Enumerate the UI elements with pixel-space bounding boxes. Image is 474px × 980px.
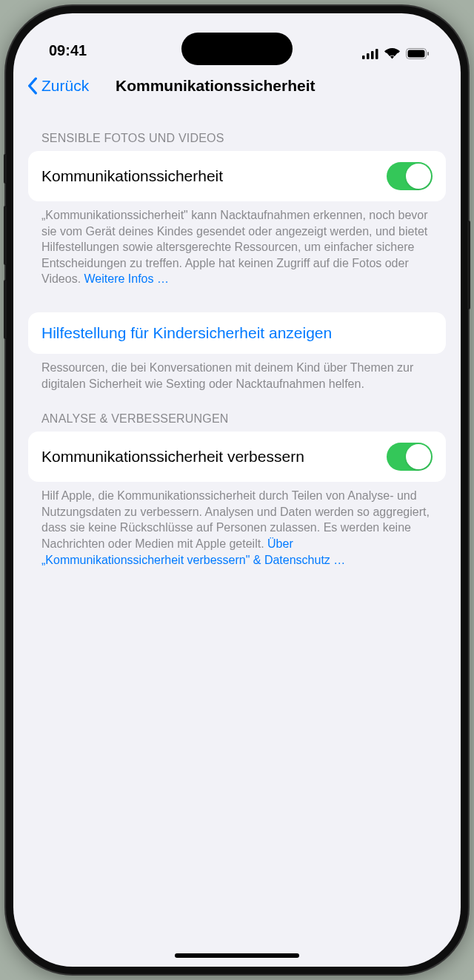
improve-communication-safety-row: Kommunikationssicherheit verbessern [28, 432, 446, 482]
chevron-left-icon [27, 77, 39, 95]
volume-up-button [4, 206, 7, 265]
svg-rect-0 [362, 56, 365, 59]
section-footer-analytics: Hilf Apple, die Kommunikationssicherheit… [28, 482, 446, 568]
section-header-sensitive: SENSIBLE FOTOS UND VIDEOS [28, 107, 446, 151]
status-time: 09:41 [49, 42, 87, 62]
child-safety-help-row[interactable]: Hilfestellung für Kindersicherheit anzei… [28, 312, 446, 354]
child-safety-help-label: Hilfestellung für Kindersicherheit anzei… [41, 324, 332, 342]
svg-rect-1 [367, 53, 370, 59]
toggle-knob [406, 164, 431, 189]
wifi-icon [384, 48, 400, 59]
communication-safety-row: Kommunikationssicherheit [28, 151, 446, 201]
cellular-signal-icon [362, 49, 378, 59]
cell-group-improve: Kommunikationssicherheit verbessern [28, 432, 446, 482]
communication-safety-label: Kommunikationssicherheit [41, 167, 387, 186]
dynamic-island [181, 33, 293, 65]
phone-screen: 09:41 Zurück Kommunikationssicherheit [13, 13, 461, 967]
cell-group-communication-safety: Kommunikationssicherheit [28, 151, 446, 201]
section-footer-child-safety: Ressourcen, die bei Konversationen mit d… [28, 354, 446, 392]
navigation-bar: Zurück Kommunikationssicherheit [13, 65, 461, 107]
more-info-link[interactable]: Weitere Infos … [84, 272, 169, 285]
svg-rect-2 [371, 51, 374, 59]
footer-text-3: Hilf Apple, die Kommunikationssicherheit… [41, 489, 430, 550]
power-button [467, 221, 470, 309]
cell-group-child-safety: Hilfestellung für Kindersicherheit anzei… [28, 312, 446, 354]
section-header-analytics: ANALYSE & VERBESSERUNGEN [28, 392, 446, 432]
phone-frame: 09:41 Zurück Kommunikationssicherheit [6, 6, 468, 974]
back-button[interactable]: Zurück [27, 77, 89, 95]
page-title: Kommunikationssicherheit [116, 77, 316, 95]
improve-communication-safety-label: Kommunikationssicherheit verbessern [41, 447, 387, 466]
silent-switch [4, 154, 7, 184]
volume-down-button [4, 280, 7, 339]
back-label: Zurück [41, 77, 89, 95]
battery-icon [406, 48, 430, 59]
toggle-knob [406, 444, 431, 469]
section-footer-sensitive: „Kommunikationssicherheit" kann Nacktauf… [28, 201, 446, 287]
home-indicator[interactable] [175, 953, 299, 958]
status-indicators [362, 48, 430, 62]
svg-rect-5 [408, 50, 425, 58]
improve-communication-safety-toggle[interactable] [387, 443, 433, 471]
settings-content: SENSIBLE FOTOS UND VIDEOS Kommunikations… [13, 107, 461, 568]
svg-rect-6 [427, 52, 429, 56]
svg-rect-3 [375, 49, 378, 59]
communication-safety-toggle[interactable] [387, 162, 433, 190]
